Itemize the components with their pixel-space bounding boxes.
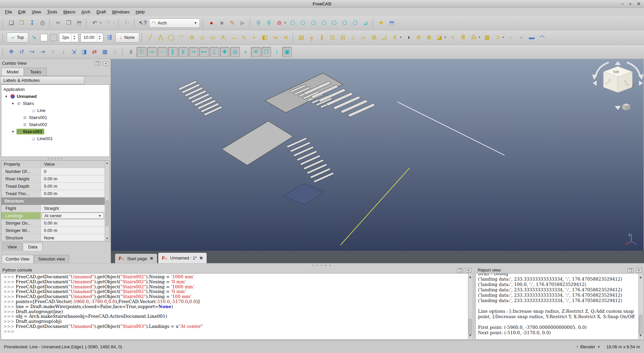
draft-edit-button[interactable]: ◨	[79, 47, 89, 57]
snap-angle-button[interactable]: ⊸	[189, 47, 198, 57]
toolbar-handle[interactable]	[49, 19, 51, 27]
toolbar-handle[interactable]	[118, 19, 120, 27]
arch-panel-caret[interactable]: ▾	[443, 33, 447, 43]
snap-intersection-button[interactable]: ＋	[240, 47, 250, 57]
tab-tasks[interactable]: Tasks	[24, 68, 46, 76]
close-panel-icon[interactable]: ✕	[466, 268, 471, 273]
scroll-up-icon[interactable]: ▲	[640, 275, 641, 280]
tree-item-stairs002[interactable]: ≣Stairs002	[1, 121, 109, 128]
scrollbar-thumb[interactable]	[469, 319, 472, 335]
toolbar-handle[interactable]	[134, 19, 136, 27]
draft-bezier-button[interactable]: ↝	[270, 33, 280, 43]
console-scrollbar[interactable]: ▲ ▼	[468, 274, 472, 339]
draft-point-button[interactable]: •	[250, 33, 259, 43]
tab-start-page[interactable]: F⚙Start page✖	[115, 254, 157, 263]
draft-dimension-button[interactable]: ↔	[229, 33, 238, 43]
close-button[interactable]: ✕	[637, 1, 641, 6]
tree-item-stairs[interactable]: ▼≣Stairs	[1, 100, 109, 107]
draft-wire-button[interactable]: ⋀	[156, 33, 166, 43]
draft-clone-button[interactable]: ♘	[110, 47, 120, 57]
scroll-up-icon[interactable]: ▲	[469, 275, 471, 280]
arch-axis-caret[interactable]: ▾	[399, 33, 403, 43]
arch-material-button[interactable]: ⁂	[469, 33, 479, 43]
tree-expand-icon[interactable]: ▼	[11, 130, 16, 133]
line-width-spinner[interactable]: 2px ▲▼	[59, 33, 78, 42]
snap-perpendicular-button[interactable]: ⊥	[209, 47, 219, 57]
draft-facebinder-button[interactable]: ◧	[260, 33, 270, 43]
draft-rectangle-button[interactable]: ▭	[208, 33, 218, 43]
tree-item-stairs003[interactable]: ▼≣Stairs003	[1, 128, 109, 135]
undo-button[interactable]: ↶	[90, 18, 100, 28]
spinner-arrows-icon[interactable]: ▲▼	[97, 33, 102, 42]
fit-selection-button[interactable]: ⚲	[264, 18, 274, 28]
arch-utility-button[interactable]: ❖	[376, 18, 386, 28]
view-top-button[interactable]: ⎔	[309, 18, 318, 28]
tree-expand-icon[interactable]: ▼	[5, 95, 10, 98]
toolbar-handle[interactable]	[2, 48, 4, 56]
arch-axis-button[interactable]: ‖	[390, 33, 400, 43]
draft-circle-button[interactable]: ◯	[166, 33, 176, 43]
tab-data[interactable]: Data	[23, 243, 43, 251]
value-column-header[interactable]: Value	[41, 161, 109, 168]
report-view-output[interactable]: ▲ ▼ Draft - Debug('landing data:', 233.3…	[475, 273, 643, 340]
close-icon[interactable]: ✖	[150, 256, 153, 261]
toolbar-handle[interactable]	[372, 19, 374, 27]
snap-ortho-button[interactable]: ✕	[251, 47, 261, 57]
arch-survey-button[interactable]: ◠	[537, 33, 547, 43]
scrollbar-thumb[interactable]	[639, 315, 642, 335]
macro-record-button[interactable]: ●	[207, 18, 216, 28]
property-row[interactable]: Tread Thic...0.00 m	[1, 190, 109, 197]
apply-style-button[interactable]: ⇶	[105, 33, 114, 43]
draft-bspline-button[interactable]: ∿	[239, 33, 249, 43]
panel-splitter[interactable]: • • • • •	[0, 157, 111, 160]
tree-item-stairs001[interactable]: ≣Stairs001	[1, 114, 109, 121]
toolbar-handle[interactable]	[203, 19, 204, 27]
working-plane-button[interactable]: ▣	[282, 47, 292, 57]
draft-heads-up-button[interactable]: ➘	[29, 33, 39, 43]
menu-view[interactable]: View	[29, 8, 44, 15]
menu-help[interactable]: Help	[133, 8, 148, 15]
tab-selection-view[interactable]: Selection view	[34, 255, 69, 263]
measure-distance-button[interactable]: ⊿	[361, 18, 370, 28]
mesh-to-shape-button[interactable]: ▫	[506, 33, 516, 43]
arch-material-caret[interactable]: ▾	[478, 33, 482, 43]
arch-window-button[interactable]: ⊡	[328, 33, 337, 43]
move-to-group-button[interactable]: ⬒	[387, 18, 396, 28]
fit-all-button[interactable]: ⚲	[254, 18, 263, 28]
toggle-grid-button[interactable]: ♯	[126, 47, 136, 57]
scroll-down-icon[interactable]: ▼	[106, 237, 109, 240]
face-color-swatch[interactable]	[50, 34, 57, 41]
snap-near-button[interactable]: ⊷	[199, 47, 209, 57]
draft-scale-button[interactable]: ⇲	[69, 47, 78, 57]
draft-move-button[interactable]: ✥	[6, 47, 16, 57]
labels-attributes-header[interactable]: Labels & Attributes	[0, 76, 85, 84]
toolbar-handle[interactable]	[142, 33, 143, 42]
whats-this-button[interactable]: ↖?	[138, 18, 148, 28]
macro-play-button[interactable]: ▶	[238, 18, 248, 28]
draft-arc-button[interactable]: ◠	[177, 33, 186, 43]
draft-rotate-button[interactable]: ↺	[17, 47, 26, 57]
view-left-button[interactable]: ⎔	[350, 18, 360, 28]
draft-ellipse-button[interactable]: ⊖	[187, 33, 197, 43]
property-row[interactable]: LandingsAt center▼	[1, 212, 109, 220]
property-row[interactable]: FlightStraight	[1, 205, 109, 212]
menu-draft[interactable]: Draft	[94, 8, 109, 15]
tab-combo-view[interactable]: Combo View	[2, 255, 34, 263]
report-scrollbar[interactable]: ▲ ▼	[638, 274, 643, 339]
redo-button[interactable]: ↷	[103, 18, 113, 28]
toolbar-handle[interactable]	[250, 19, 251, 27]
undo-caret[interactable]: ▾	[99, 18, 103, 28]
paste-button[interactable]: ⬒	[74, 18, 84, 28]
arch-slab-button[interactable]: ▱	[359, 33, 369, 43]
property-group-header[interactable]: Structure	[1, 197, 109, 205]
toolbar-handle[interactable]	[86, 19, 88, 27]
draft-label-button[interactable]: ⊲	[281, 33, 290, 43]
draw-style-button[interactable]: ⊘	[274, 18, 284, 28]
tree-item-application[interactable]: Application	[1, 86, 109, 93]
close-panel-icon[interactable]: ✕	[103, 61, 109, 66]
property-row[interactable]: Tread Depth0.00 m	[1, 183, 109, 190]
view-right-button[interactable]: ⎔	[319, 18, 329, 28]
draft-offset-button[interactable]: ↪	[27, 47, 37, 57]
snap-center-button[interactable]: ◎	[230, 47, 240, 57]
arch-panel-button[interactable]: ◪	[435, 33, 444, 43]
